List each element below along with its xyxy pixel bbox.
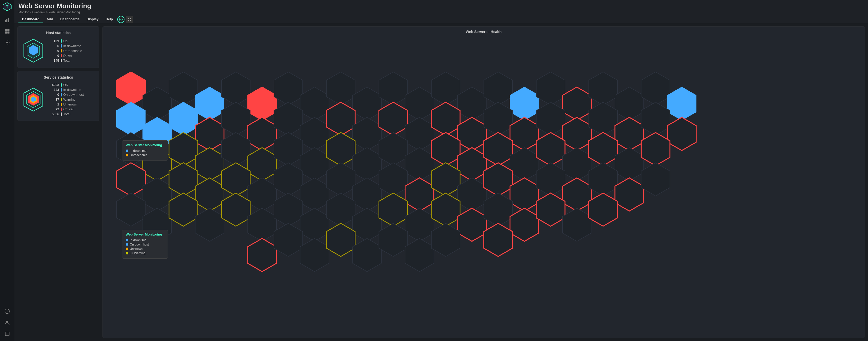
svg-rect-14 (5, 332, 6, 336)
svg-marker-46 (589, 72, 618, 105)
svg-marker-78 (274, 133, 303, 166)
stat-num-unreachable: 0 (49, 49, 59, 53)
stat-bar-total-svc (61, 113, 62, 116)
hex-grid-title: Web Servers - Health (107, 30, 861, 34)
svg-marker-90 (589, 133, 618, 166)
svg-marker-105 (431, 163, 460, 196)
svg-marker-96 (195, 178, 224, 211)
nav-icon-grid[interactable] (126, 16, 133, 23)
svg-marker-91 (615, 148, 644, 181)
sidebar-item-info[interactable]: i (2, 306, 12, 316)
svg-marker-71 (668, 118, 696, 151)
svg-marker-86 (484, 133, 513, 166)
svg-marker-101 (326, 163, 355, 196)
svg-rect-8 (7, 31, 9, 34)
nav-item-add[interactable]: Add (43, 16, 57, 23)
service-statistics-card: Service statistics (18, 71, 99, 121)
sidebar-item-user[interactable] (2, 317, 12, 328)
svg-marker-49 (668, 87, 696, 120)
svg-marker-52 (169, 102, 198, 135)
svg-marker-47 (615, 87, 644, 120)
svg-marker-34 (274, 72, 303, 105)
nav-item-help[interactable]: Help (102, 16, 117, 23)
svg-marker-65 (510, 118, 539, 151)
svg-marker-74 (169, 133, 198, 166)
svg-marker-108 (510, 178, 539, 211)
host-hex-icon (22, 38, 45, 63)
nav-item-dashboard[interactable]: Dashboard (19, 16, 43, 23)
nav-menu: Dashboard Add Dashboards Display Help (19, 16, 864, 23)
svg-marker-29 (143, 87, 172, 120)
svg-marker-87 (510, 148, 539, 181)
nav-item-display[interactable]: Display (83, 16, 102, 23)
nav-icon-filter[interactable] (117, 16, 124, 23)
svg-rect-18 (128, 20, 129, 21)
svg-marker-50 (117, 102, 145, 135)
svg-marker-115 (143, 208, 172, 241)
stat-label-indowntime: In downtime (63, 44, 81, 48)
svg-marker-81 (353, 148, 381, 181)
hex-grid-panel: Web Servers - Health Web Server Monitori… (102, 26, 865, 338)
svg-marker-135 (300, 239, 329, 272)
svg-marker-116 (169, 193, 198, 226)
stat-num-warning: 37 (49, 97, 59, 101)
svg-marker-99 (274, 163, 303, 196)
svg-rect-4 (8, 18, 9, 22)
svg-rect-17 (130, 18, 131, 19)
stat-bar-total-host (61, 59, 62, 62)
stat-label-up: Up (63, 39, 68, 43)
svg-marker-83 (405, 148, 434, 181)
svg-marker-66 (536, 102, 565, 135)
stat-num-ok: 4903 (49, 83, 59, 87)
svg-marker-114 (117, 193, 145, 226)
stat-bar-ok (61, 83, 62, 87)
stat-row-total-svc: 5356 Total (49, 112, 95, 117)
service-stat-rows: 4903 OK 343 In downtime 0 On down (49, 83, 95, 117)
svg-marker-56 (274, 102, 303, 135)
svg-marker-139 (405, 239, 434, 272)
stats-panel: Host statistics (18, 26, 99, 338)
host-statistics-inner: 139 Up 6 In downtime 0 Unreachabl (22, 38, 95, 63)
svg-rect-7 (5, 31, 7, 34)
svg-marker-36 (326, 72, 355, 105)
stat-row-total-host: 145 Total (49, 58, 95, 63)
svg-marker-73 (143, 148, 172, 181)
sidebar-item-charts[interactable] (2, 15, 12, 25)
svg-marker-51 (143, 118, 172, 151)
svg-rect-19 (130, 20, 131, 21)
svg-marker-58 (326, 102, 355, 135)
svg-marker-31 (195, 87, 224, 120)
stat-num-indowntime: 6 (49, 44, 59, 48)
svg-marker-82 (379, 133, 407, 166)
svg-rect-6 (7, 29, 9, 31)
svg-marker-106 (458, 178, 486, 211)
sidebar-item-collapse[interactable] (2, 329, 12, 339)
svg-marker-136 (326, 223, 355, 256)
svg-marker-70 (641, 102, 670, 135)
svg-rect-5 (5, 29, 7, 31)
svg-rect-3 (6, 19, 7, 22)
svg-marker-79 (300, 148, 329, 181)
svg-marker-130 (536, 193, 565, 226)
svg-text:i: i (7, 310, 7, 313)
svg-marker-111 (589, 163, 618, 196)
svg-marker-39 (405, 87, 434, 120)
host-hex-container (22, 38, 45, 63)
app-logo[interactable]: T (3, 2, 12, 11)
svg-marker-117 (195, 208, 224, 241)
svg-marker-128 (484, 193, 513, 226)
hex-grid-svg (107, 36, 861, 334)
stat-bar-critical (61, 107, 62, 111)
svg-marker-129 (510, 208, 539, 241)
svg-marker-76 (221, 133, 250, 166)
sidebar-item-dashboard[interactable] (2, 26, 12, 36)
svg-marker-120 (274, 193, 303, 226)
svg-marker-77 (248, 148, 276, 181)
host-statistics-title: Host statistics (22, 31, 95, 35)
stat-num-total-host: 145 (49, 59, 59, 62)
svg-marker-113 (641, 163, 670, 196)
sidebar-item-settings[interactable] (2, 37, 12, 48)
nav-item-dashboards[interactable]: Dashboards (57, 16, 83, 23)
stat-label-unreachable: Unreachable (63, 49, 82, 53)
host-stat-rows: 139 Up 6 In downtime 0 Unreachabl (49, 39, 95, 63)
